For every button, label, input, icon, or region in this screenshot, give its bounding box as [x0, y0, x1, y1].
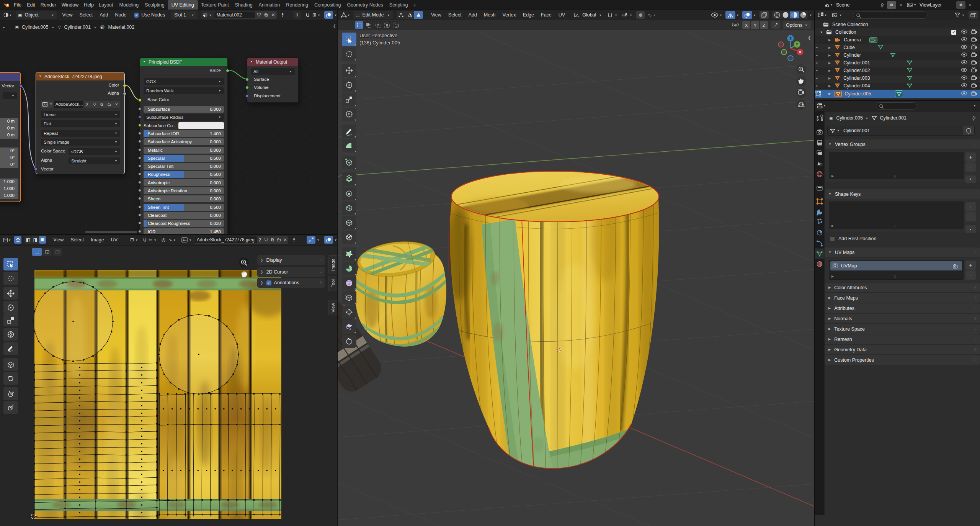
svg-text:Z: Z — [789, 36, 792, 40]
svg-text:Y: Y — [796, 43, 798, 46]
svg-text:X: X — [799, 50, 801, 54]
